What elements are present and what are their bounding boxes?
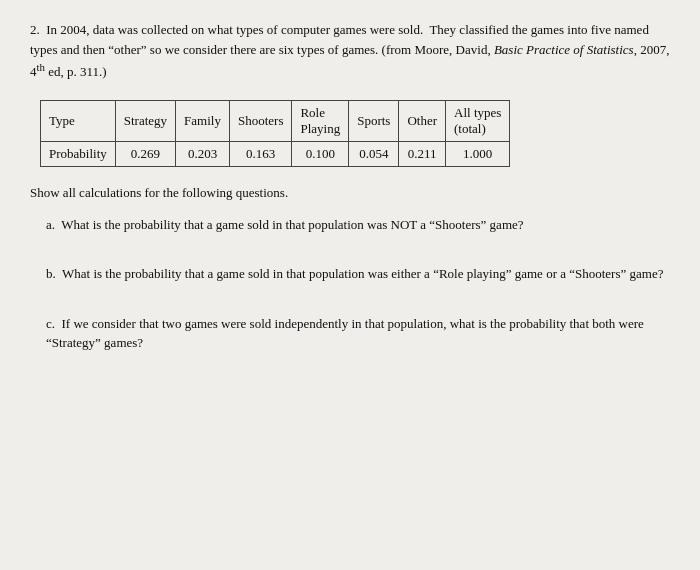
question-intro: 2. In 2004, data was collected on what t… bbox=[30, 20, 670, 82]
col-family: Family bbox=[176, 100, 230, 141]
sub-question-a: a. What is the probability that a game s… bbox=[46, 215, 670, 235]
prob-all-types: 1.000 bbox=[446, 141, 510, 166]
prob-strategy: 0.269 bbox=[115, 141, 175, 166]
sub-question-b-text: What is the probability that a game sold… bbox=[62, 266, 663, 281]
probability-table: Type Strategy Family Shooters RolePlayin… bbox=[40, 100, 510, 167]
col-strategy: Strategy bbox=[115, 100, 175, 141]
intro-text: In 2004, data was collected on what type… bbox=[30, 22, 669, 79]
prob-other: 0.211 bbox=[399, 141, 446, 166]
col-all-types: All types(total) bbox=[446, 100, 510, 141]
sub-question-c: c. If we consider that two games were so… bbox=[46, 314, 670, 353]
sub-question-c-label: c. bbox=[46, 316, 58, 331]
show-calculations-instruction: Show all calculations for the following … bbox=[30, 185, 670, 201]
sub-question-c-text: If we consider that two games were sold … bbox=[46, 316, 644, 351]
col-sports: Sports bbox=[349, 100, 399, 141]
sub-question-b: b. What is the probability that a game s… bbox=[46, 264, 670, 284]
prob-sports: 0.054 bbox=[349, 141, 399, 166]
col-type: Type bbox=[41, 100, 116, 141]
sub-question-a-text: What is the probability that a game sold… bbox=[61, 217, 523, 232]
question-number: 2. bbox=[30, 22, 40, 37]
prob-family: 0.203 bbox=[176, 141, 230, 166]
col-other: Other bbox=[399, 100, 446, 141]
sub-question-b-label: b. bbox=[46, 266, 59, 281]
row-probability-label: Probability bbox=[41, 141, 116, 166]
prob-shooters: 0.163 bbox=[229, 141, 292, 166]
col-role-playing: RolePlaying bbox=[292, 100, 349, 141]
col-shooters: Shooters bbox=[229, 100, 292, 141]
sub-question-a-label: a. bbox=[46, 217, 58, 232]
prob-role-playing: 0.100 bbox=[292, 141, 349, 166]
